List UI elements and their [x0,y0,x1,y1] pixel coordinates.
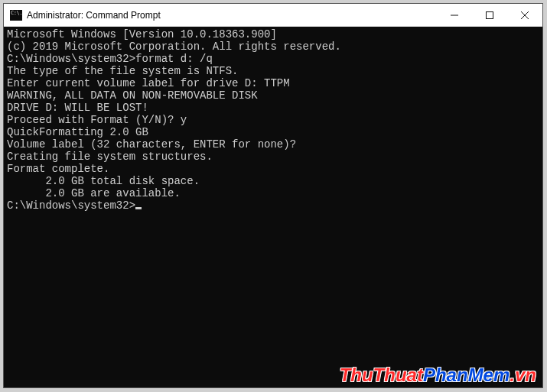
minimize-icon [451,11,458,19]
terminal-line: The type of the file system is NTFS. [7,65,539,77]
terminal-prompt-line: C:\Windows\system32> [7,199,539,212]
maximize-button[interactable] [472,4,507,26]
terminal-line: Creating file system structures. [7,151,539,163]
terminal-prompt: C:\Windows\system32> [7,199,135,212]
terminal-line: DRIVE D: WILL BE LOST! [7,102,539,114]
terminal-line: Format complete. [7,163,539,175]
terminal-line: WARNING, ALL DATA ON NON-REMOVABLE DISK [7,89,539,102]
svg-rect-1 [487,11,493,18]
close-button[interactable] [507,4,542,26]
terminal-line: C:\Windows\system32>format d: /q [7,53,539,65]
terminal-line: (c) 2019 Microsoft Corporation. All righ… [7,40,539,53]
minimize-button[interactable] [437,4,472,26]
terminal-output[interactable]: Microsoft Windows [Version 10.0.18363.90… [4,27,542,387]
cmd-icon: C:\. [10,10,22,21]
command-prompt-window: C:\. Administrator: Command Prompt Micro… [3,3,543,388]
terminal-line: 2.0 GB are available. [7,187,539,199]
terminal-line: 2.0 GB total disk space. [7,175,539,187]
terminal-line: Enter current volume label for drive D: … [7,77,539,89]
cursor [135,207,142,209]
terminal-line: Microsoft Windows [Version 10.0.18363.90… [7,28,539,40]
titlebar[interactable]: C:\. Administrator: Command Prompt [4,4,542,27]
window-title: Administrator: Command Prompt [27,10,437,21]
close-icon [521,11,529,19]
maximize-icon [486,11,493,19]
terminal-line: QuickFormatting 2.0 GB [7,126,539,138]
window-controls [437,4,542,26]
terminal-line: Proceed with Format (Y/N)? y [7,114,539,126]
terminal-line: Volume label (32 characters, ENTER for n… [7,138,539,151]
